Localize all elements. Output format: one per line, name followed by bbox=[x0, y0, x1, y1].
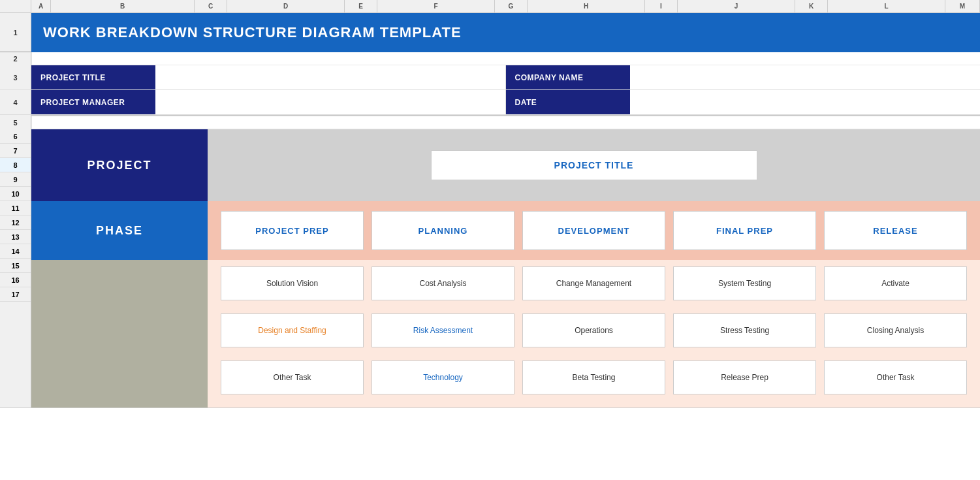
info-right: COMPANY NAME DATE bbox=[506, 65, 981, 115]
task-other-task-1[interactable]: Other Task bbox=[221, 360, 364, 394]
diagram-content: PROJECT PHASE PROJECT TITLE bbox=[31, 129, 980, 408]
info-left: PROJECT TITLE PROJECT MANAGER bbox=[31, 65, 506, 115]
col-header-m: M bbox=[945, 0, 980, 12]
task-operations[interactable]: Operations bbox=[522, 313, 665, 347]
project-title-box[interactable]: PROJECT TITLE bbox=[431, 150, 757, 180]
row-num-6: 6 bbox=[0, 129, 31, 144]
row-5: 5 bbox=[0, 116, 980, 129]
tasks-label-area bbox=[31, 260, 208, 408]
col-header-h: H bbox=[528, 0, 645, 12]
date-label: DATE bbox=[506, 90, 630, 114]
task-activate[interactable]: Activate bbox=[824, 266, 967, 300]
company-name-value[interactable] bbox=[630, 65, 981, 89]
project-title-row-diagram: PROJECT TITLE bbox=[208, 129, 980, 201]
row-num-13: 13 bbox=[0, 230, 31, 244]
phase-release[interactable]: RELEASE bbox=[824, 211, 967, 250]
row-num-16: 16 bbox=[0, 273, 31, 287]
row-2-content bbox=[31, 52, 980, 65]
row-num-2: 2 bbox=[0, 52, 31, 65]
task-beta-testing[interactable]: Beta Testing bbox=[522, 360, 665, 394]
info-section: 3 4 PROJECT TITLE PROJECT MANAGER bbox=[0, 65, 980, 116]
project-manager-row: PROJECT MANAGER bbox=[31, 90, 506, 115]
diagram-section: 6 7 8 9 10 11 12 13 14 15 16 17 PROJECT … bbox=[0, 129, 980, 408]
col-header-k: K bbox=[795, 0, 828, 12]
task-release-prep[interactable]: Release Prep bbox=[673, 360, 816, 394]
company-name-row: COMPANY NAME bbox=[506, 65, 981, 90]
col-header-l: L bbox=[828, 0, 945, 12]
task-other-task-2[interactable]: Other Task bbox=[824, 360, 967, 394]
tasks-area: Solution Vision Cost Analysis Change Man… bbox=[208, 260, 980, 408]
row-num-8: 8 bbox=[0, 158, 31, 172]
row-num-15: 15 bbox=[0, 259, 31, 273]
date-row: DATE bbox=[506, 90, 981, 115]
row-num-5: 5 bbox=[0, 116, 31, 129]
task-solution-vision[interactable]: Solution Vision bbox=[221, 266, 364, 300]
title-text: WORK BREAKDOWN STRUCTURE DIAGRAM TEMPLAT… bbox=[43, 24, 462, 41]
project-title-row: PROJECT TITLE bbox=[31, 65, 506, 90]
row-num-4: 4 bbox=[0, 90, 31, 115]
col-header-j: J bbox=[678, 0, 795, 12]
row-num-12: 12 bbox=[0, 216, 31, 230]
date-value[interactable] bbox=[630, 90, 981, 114]
task-design-staffing[interactable]: Design and Staffing bbox=[221, 313, 364, 347]
project-label: PROJECT bbox=[31, 129, 208, 201]
title-bar: WORK BREAKDOWN STRUCTURE DIAGRAM TEMPLAT… bbox=[31, 13, 980, 52]
col-header-c: C bbox=[195, 0, 227, 12]
col-header-a: A bbox=[31, 0, 51, 12]
row-5-content bbox=[31, 116, 980, 129]
row-1: 1 WORK BREAKDOWN STRUCTURE DIAGRAM TEMPL… bbox=[0, 13, 980, 52]
right-diagram: PROJECT TITLE PROJECT PREP PLANNING DEVE… bbox=[208, 129, 980, 408]
col-header-b: B bbox=[51, 0, 195, 12]
row-2: 2 bbox=[0, 52, 980, 65]
project-manager-label: PROJECT MANAGER bbox=[31, 90, 155, 114]
phase-boxes-row: PROJECT PREP PLANNING DEVELOPMENT FINAL … bbox=[208, 201, 980, 260]
left-label-col: PROJECT PHASE bbox=[31, 129, 208, 408]
project-title-value[interactable] bbox=[155, 65, 506, 89]
row-num-17: 17 bbox=[0, 287, 31, 302]
phase-label: PHASE bbox=[31, 201, 208, 260]
project-manager-value[interactable] bbox=[155, 90, 506, 114]
row-num-3: 3 bbox=[0, 65, 31, 90]
col-header-e: E bbox=[345, 0, 377, 12]
col-header-f: F bbox=[377, 0, 495, 12]
row-num-9: 9 bbox=[0, 172, 31, 187]
task-technology[interactable]: Technology bbox=[371, 360, 514, 394]
company-name-label: COMPANY NAME bbox=[506, 65, 630, 89]
column-header-row: A B C D E F G H I J K L M bbox=[0, 0, 980, 13]
col-header-i: I bbox=[645, 0, 678, 12]
task-stress-testing[interactable]: Stress Testing bbox=[673, 313, 816, 347]
task-row-3: Other Task Technology Beta Testing Relea… bbox=[221, 354, 967, 401]
col-header-g: G bbox=[495, 0, 528, 12]
task-cost-analysis[interactable]: Cost Analysis bbox=[371, 266, 514, 300]
task-risk-assessment[interactable]: Risk Assessment bbox=[371, 313, 514, 347]
row-num-10: 10 bbox=[0, 187, 31, 201]
corner-cell bbox=[0, 0, 31, 12]
phase-planning[interactable]: PLANNING bbox=[371, 211, 514, 250]
task-system-testing[interactable]: System Testing bbox=[673, 266, 816, 300]
row-num-14: 14 bbox=[0, 244, 31, 259]
spreadsheet-wrapper: A B C D E F G H I J K L M 1 WORK BREAKDO… bbox=[0, 0, 980, 408]
row-num-11: 11 bbox=[0, 201, 31, 216]
task-change-management[interactable]: Change Management bbox=[522, 266, 665, 300]
task-closing-analysis[interactable]: Closing Analysis bbox=[824, 313, 967, 347]
phase-final-prep[interactable]: FINAL PREP bbox=[673, 211, 816, 250]
info-grid: PROJECT TITLE PROJECT MANAGER COMPANY NA… bbox=[31, 65, 980, 116]
col-header-d: D bbox=[227, 0, 345, 12]
task-row-2: Design and Staffing Risk Assessment Oper… bbox=[221, 307, 967, 354]
phase-project-prep[interactable]: PROJECT PREP bbox=[221, 211, 364, 250]
row-num-7: 7 bbox=[0, 144, 31, 158]
project-title-label: PROJECT TITLE bbox=[31, 65, 155, 89]
diagram-row-nums: 6 7 8 9 10 11 12 13 14 15 16 17 bbox=[0, 129, 31, 408]
row-num-1: 1 bbox=[0, 13, 31, 52]
phase-development[interactable]: DEVELOPMENT bbox=[522, 211, 665, 250]
title-cell: WORK BREAKDOWN STRUCTURE DIAGRAM TEMPLAT… bbox=[31, 13, 980, 52]
task-row-1: Solution Vision Cost Analysis Change Man… bbox=[221, 260, 967, 307]
